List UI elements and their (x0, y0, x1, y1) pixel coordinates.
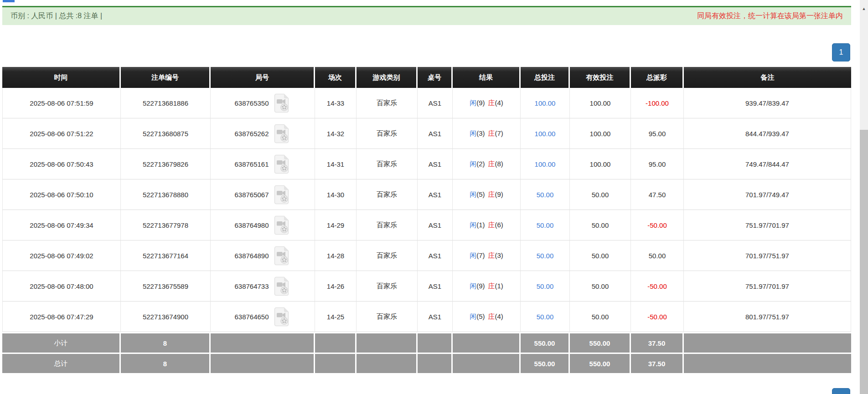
pagination-page-1-bottom[interactable]: 1 (832, 388, 850, 394)
summary-empty-cell (418, 332, 453, 353)
video-replay-icon[interactable] (273, 93, 291, 113)
cell-table-no: AS1 (418, 118, 453, 149)
result-player-label: 闲 (470, 160, 476, 168)
cell-valid-bet: 50.00 (570, 179, 631, 210)
cell-valid-bet: 50.00 (570, 271, 631, 302)
round-number: 638764980 (234, 221, 269, 229)
cell-payout: -50.00 (631, 271, 684, 302)
summary-empty-cell (211, 332, 315, 353)
cell-total-bet: 50.00 (521, 210, 570, 240)
cell-game-type: 百家乐 (356, 240, 418, 271)
round-number: 638765262 (234, 130, 269, 138)
cell-round: 638765067 (211, 179, 315, 210)
summary-count: 8 (121, 353, 211, 373)
cell-remark: 751.97/701.97 (684, 271, 851, 302)
cell-result: 闲(2)庄(8) (453, 149, 521, 179)
cell-total-bet: 100.00 (521, 149, 570, 179)
cell-time: 2025-08-06 07:50:10 (2, 179, 121, 210)
col-payout: 总派彩 (631, 67, 684, 88)
result-banker-label: 庄 (488, 312, 495, 320)
video-replay-icon[interactable] (273, 123, 291, 144)
summary-label: 小计 (2, 332, 121, 353)
result-banker-label: 庄 (488, 221, 495, 229)
result-player-points: (5) (476, 190, 485, 198)
result-player-label: 闲 (470, 190, 476, 198)
cell-total-bet: 50.00 (521, 179, 570, 210)
result-player-label: 闲 (470, 312, 476, 320)
result-banker-points: (9) (495, 190, 503, 198)
table-row: 2025-08-06 07:50:10 522713678880 6387650… (2, 179, 851, 210)
cell-round: 638765262 (211, 118, 315, 149)
cell-table-no: AS1 (418, 240, 453, 271)
cell-game-type: 百家乐 (356, 88, 418, 118)
table-row: 2025-08-06 07:49:02 522713677164 6387648… (2, 240, 851, 271)
cell-session: 14-30 (315, 179, 356, 210)
video-replay-icon[interactable] (273, 154, 291, 174)
col-time: 时间 (2, 67, 121, 88)
cell-result: 闲(7)庄(3) (453, 240, 521, 271)
vertical-scrollbar[interactable]: ▲ (860, 0, 868, 394)
summary-empty-cell (684, 332, 851, 353)
cell-table-no: AS1 (418, 302, 453, 332)
clipped-tab-fragment (3, 0, 15, 2)
summary-empty-cell (418, 353, 453, 373)
total-bet-link[interactable]: 100.00 (535, 130, 556, 138)
video-replay-icon[interactable] (273, 184, 291, 205)
scrollbar-thumb[interactable] (860, 130, 868, 394)
col-result: 结果 (453, 67, 521, 88)
scrollbar-up-arrow-icon[interactable]: ▲ (860, 6, 868, 11)
payout-value: -50.00 (647, 282, 667, 290)
total-bet-link[interactable]: 50.00 (537, 252, 554, 260)
cell-result: 闲(5)庄(9) (453, 179, 521, 210)
result-banker-points: (7) (495, 129, 503, 137)
result-player-points: (3) (476, 129, 485, 137)
cell-time: 2025-08-06 07:49:02 (2, 240, 121, 271)
payout-value: -50.00 (647, 313, 667, 321)
total-bet-link[interactable]: 100.00 (535, 99, 556, 107)
summary-empty-cell (315, 353, 356, 373)
payout-value: 47.50 (649, 191, 666, 199)
col-round: 局号 (211, 67, 315, 88)
round-number: 638764890 (234, 252, 269, 260)
summary-empty-cell (356, 353, 418, 373)
summary-empty-cell (684, 353, 851, 373)
cell-result: 闲(1)庄(6) (453, 210, 521, 240)
pagination-page-1-top[interactable]: 1 (832, 43, 850, 61)
payout-value: -100.00 (646, 99, 669, 107)
summary-total-bet: 550.00 (521, 332, 570, 353)
cell-remark: 701.97/751.97 (684, 240, 851, 271)
video-replay-icon[interactable] (273, 307, 291, 327)
cell-round: 638764650 (211, 302, 315, 332)
cell-total-bet: 100.00 (521, 88, 570, 118)
summary-label: 总计 (2, 353, 121, 373)
total-bet-link[interactable]: 50.00 (537, 282, 554, 290)
cell-total-bet: 50.00 (521, 240, 570, 271)
total-bet-link[interactable]: 50.00 (537, 191, 554, 199)
total-bet-link[interactable]: 50.00 (537, 221, 554, 229)
total-bet-link[interactable]: 100.00 (535, 160, 556, 168)
video-replay-icon[interactable] (273, 246, 291, 266)
notice-warning-text: 同局有效投注，统一计算在该局第一张注单内 (697, 11, 843, 21)
cell-valid-bet: 50.00 (570, 240, 631, 271)
cell-bet-id: 522713678880 (121, 179, 211, 210)
payout-value: 50.00 (649, 252, 666, 260)
result-banker-label: 庄 (488, 160, 495, 168)
summary-empty-cell (211, 353, 315, 373)
cell-session: 14-31 (315, 149, 356, 179)
cell-session: 14-26 (315, 271, 356, 302)
cell-table-no: AS1 (418, 210, 453, 240)
cell-result: 闲(5)庄(4) (453, 302, 521, 332)
payout-value: 95.00 (649, 160, 666, 168)
video-replay-icon[interactable] (273, 276, 291, 297)
table-row: 2025-08-06 07:49:34 522713677978 6387649… (2, 210, 851, 240)
cell-table-no: AS1 (418, 149, 453, 179)
cell-bet-id: 522713674900 (121, 302, 211, 332)
video-replay-icon[interactable] (273, 215, 291, 235)
round-number: 638765161 (234, 160, 269, 168)
total-bet-link[interactable]: 50.00 (537, 313, 554, 321)
summary-total-bet: 550.00 (521, 353, 570, 373)
result-banker-label: 庄 (488, 99, 495, 107)
summary-payout: 37.50 (631, 353, 684, 373)
cell-payout: 47.50 (631, 179, 684, 210)
grand-total-row: 总计 8 550.00 550.00 37.50 (2, 353, 851, 373)
